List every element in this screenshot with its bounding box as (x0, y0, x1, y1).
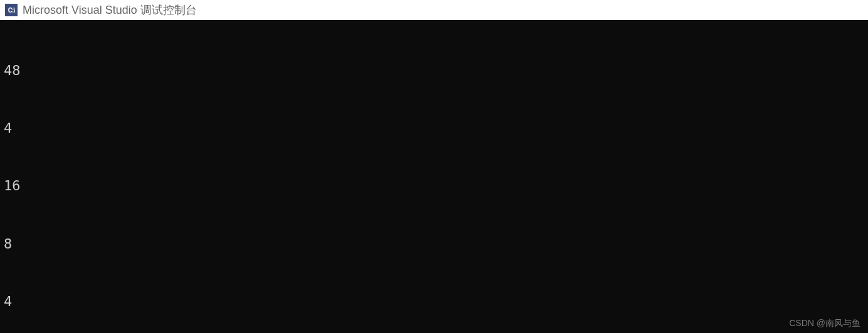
output-line: 4 (4, 119, 864, 138)
window-title: Microsoft Visual Studio 调试控制台 (23, 3, 197, 18)
output-line: 16 (4, 177, 864, 196)
app-icon: C:\ (5, 4, 18, 16)
titlebar[interactable]: C:\ Microsoft Visual Studio 调试控制台 (0, 0, 868, 20)
console-output: 48 4 16 8 4 8 16 8 16 16 16 D:\code\c-la… (0, 20, 868, 333)
output-line: 48 (4, 61, 864, 81)
output-line: 4 (4, 292, 864, 312)
output-line: 8 (4, 235, 864, 254)
watermark: CSDN @南风与鱼 (789, 318, 860, 329)
